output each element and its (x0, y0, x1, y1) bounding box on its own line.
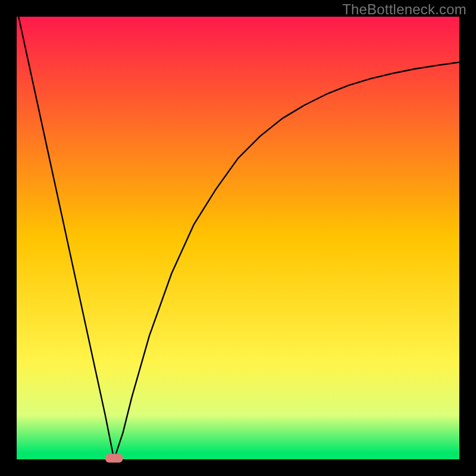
optimal-point-marker (105, 454, 123, 463)
bottleneck-chart (0, 0, 476, 476)
watermark-text: TheBottleneck.com (342, 1, 466, 18)
chart-container: TheBottleneck.com (0, 0, 476, 476)
plot-background (17, 17, 459, 459)
